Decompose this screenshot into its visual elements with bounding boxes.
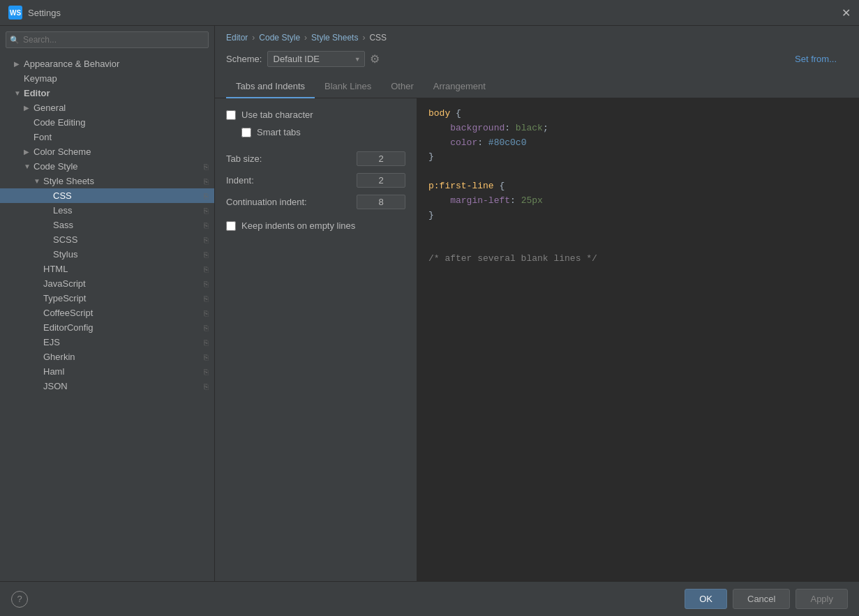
right-panel: Editor › Code Style › Style Sheets › CSS… [215,26,859,581]
tab-blank-lines[interactable]: Blank Lines [315,75,381,98]
code-preview: body { background: black; color: #80c0c0… [417,98,859,581]
sidebar-item-less[interactable]: Less ⎘ [0,203,214,218]
sidebar-item-sass[interactable]: Sass ⎘ [0,218,214,232]
bottom-bar: ? OK Cancel Apply [0,581,859,616]
bottom-left: ? [11,591,28,608]
sidebar-item-json[interactable]: JSON ⎘ [0,379,214,393]
close-button[interactable]: ✕ [842,6,851,20]
sidebar-item-scss[interactable]: SCSS ⎘ [0,232,214,247]
sidebar-item-ejs[interactable]: EJS ⎘ [0,335,214,350]
copy-icon: ⎘ [204,280,209,288]
tab-size-row: Tab size: [226,151,405,166]
sidebar: 🔍 ▶ Appearance & Behavior Keymap ▼ Edito… [0,26,215,581]
arrow-icon: ▶ [24,148,33,156]
sidebar-item-javascript[interactable]: JavaScript ⎘ [0,276,214,291]
preview-line: margin-left: 25px [428,194,848,209]
sidebar-item-code-style[interactable]: ▼ Code Style ⎘ [0,159,214,174]
copy-icon: ⎘ [204,353,209,361]
tab-tabs-and-indents[interactable]: Tabs and Indents [226,75,315,98]
copy-icon: ⎘ [204,177,209,186]
sidebar-item-typescript[interactable]: TypeScript ⎘ [0,291,214,306]
sidebar-item-font[interactable]: Font [0,130,214,144]
sidebar-item-label: Editor [24,88,209,98]
scheme-label: Scheme: [226,54,262,64]
tab-other[interactable]: Other [381,75,424,98]
breadcrumb-sep: › [304,33,307,43]
smart-tabs-label[interactable]: Smart tabs [257,127,301,137]
sidebar-item-label: Haml [43,366,201,377]
sidebar-item-label: Less [53,205,201,216]
tabs-header: Tabs and Indents Blank Lines Other Arran… [215,75,859,98]
help-button[interactable]: ? [11,591,28,608]
breadcrumb-sep: › [252,33,255,43]
use-tab-checkbox[interactable] [226,110,236,120]
arrow-icon: ▶ [24,104,33,112]
sidebar-item-editorconfig[interactable]: EditorConfig ⎘ [0,320,214,335]
sidebar-item-appearance[interactable]: ▶ Appearance & Behavior [0,57,214,71]
sidebar-item-label: JavaScript [43,278,201,289]
sidebar-item-editor[interactable]: ▼ Editor [0,86,214,100]
sidebar-item-code-editing[interactable]: Code Editing [0,115,214,130]
set-from-link[interactable]: Set from... [784,50,848,68]
sidebar-item-gherkin[interactable]: Gherkin ⎘ [0,350,214,364]
sidebar-item-label: Font [33,132,209,142]
breadcrumb-code-style[interactable]: Code Style [259,33,300,43]
sidebar-item-label: Keymap [24,73,209,84]
breadcrumb-style-sheets[interactable]: Style Sheets [311,33,358,43]
search-icon: 🔍 [10,36,20,45]
smart-tabs-checkbox[interactable] [241,128,251,137]
sidebar-item-keymap[interactable]: Keymap [0,71,214,86]
copy-icon: ⎘ [204,324,209,332]
title-bar-left: WS Settings [8,6,61,20]
copy-icon: ⎘ [204,265,209,273]
sidebar-item-haml[interactable]: Haml ⎘ [0,364,214,379]
indent-row: Indent: [226,173,405,188]
title-bar: WS Settings ✕ [0,0,859,26]
sidebar-item-color-scheme[interactable]: ▶ Color Scheme [0,144,214,159]
preview-line: } [428,150,848,165]
keep-indents-label[interactable]: Keep indents on empty lines [241,220,355,231]
preview-line [428,237,848,252]
content-area: Use tab character Smart tabs Tab size: I… [215,98,859,581]
nav-tree: ▶ Appearance & Behavior Keymap ▼ Editor … [0,54,214,581]
sidebar-item-label: EJS [43,337,201,347]
sidebar-item-label: CoffeeScript [43,308,201,318]
settings-panel: Use tab character Smart tabs Tab size: I… [215,98,417,581]
preview-line: background: black; [428,121,848,136]
sidebar-item-label: Color Scheme [33,147,209,157]
keep-indents-checkbox[interactable] [226,221,236,231]
sidebar-item-coffeescript[interactable]: CoffeeScript ⎘ [0,306,214,320]
ok-button[interactable]: OK [685,589,727,609]
sidebar-item-stylus[interactable]: Stylus ⎘ [0,247,214,262]
preview-line [428,165,848,179]
apply-button[interactable]: Apply [795,589,848,609]
arrow-icon: ▼ [14,89,24,97]
bottom-right: OK Cancel Apply [685,589,848,609]
copy-icon: ⎘ [204,338,209,347]
copy-icon: ⎘ [204,294,209,303]
window-title: Settings [28,8,61,18]
tab-arrangement[interactable]: Arrangement [424,75,495,98]
sidebar-item-general[interactable]: ▶ General [0,100,214,115]
preview-line [428,223,848,237]
continuation-indent-input[interactable] [357,195,405,209]
tab-size-input[interactable] [357,151,405,166]
sidebar-item-css[interactable]: CSS ⎘ [0,188,214,203]
sidebar-item-label: CSS [53,190,201,201]
copy-icon: ⎘ [204,309,209,317]
cancel-button[interactable]: Cancel [733,589,790,609]
scheme-select[interactable]: Default IDE [267,51,365,67]
gear-button[interactable]: ⚙ [367,51,382,67]
sidebar-item-html[interactable]: HTML ⎘ [0,262,214,276]
sidebar-item-style-sheets[interactable]: ▼ Style Sheets ⎘ [0,174,214,188]
tab-size-label: Tab size: [226,153,262,164]
sidebar-item-label: SCSS [53,234,201,245]
arrow-icon: ▶ [14,60,24,68]
keep-indents-row: Keep indents on empty lines [226,220,405,231]
indent-input[interactable] [357,173,405,188]
breadcrumb: Editor › Code Style › Style Sheets › CSS [215,26,859,50]
breadcrumb-editor[interactable]: Editor [226,33,248,43]
search-input[interactable] [6,31,209,48]
use-tab-label[interactable]: Use tab character [241,110,313,120]
sidebar-item-label: Sass [53,220,201,230]
